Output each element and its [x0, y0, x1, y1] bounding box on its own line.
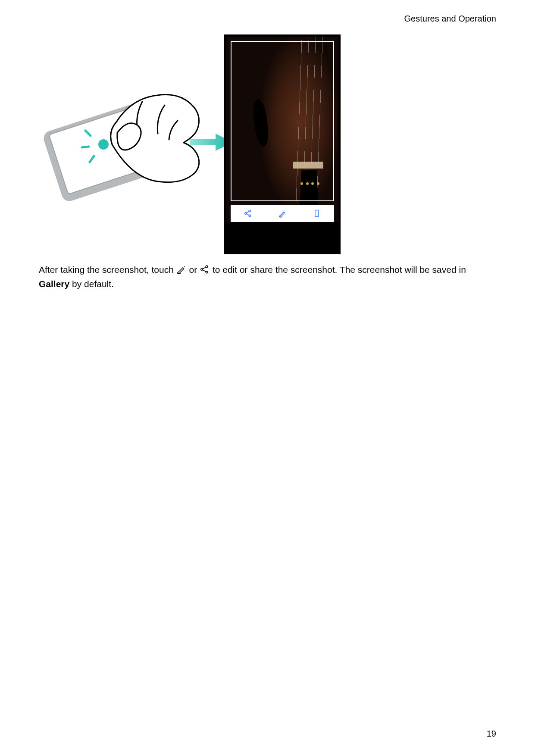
- share-icon[interactable]: [244, 209, 252, 218]
- svg-line-10: [247, 212, 249, 213]
- edit-icon[interactable]: [278, 209, 287, 218]
- svg-point-13: [285, 210, 285, 211]
- edit-icon: [176, 265, 187, 274]
- phone-bottom-bezel: [226, 222, 338, 252]
- page-number: 19: [487, 729, 496, 739]
- body-text-2: to edit or share the screenshot. The scr…: [213, 265, 466, 275]
- svg-rect-15: [315, 210, 319, 217]
- svg-line-23: [203, 270, 206, 272]
- screenshot-selection-frame: [231, 41, 334, 201]
- phone-frame: [224, 34, 341, 254]
- svg-line-22: [203, 267, 206, 269]
- svg-line-4: [82, 147, 89, 147]
- body-text-1: After taking the screenshot, touch: [39, 265, 176, 275]
- screenshot-toolbar: [231, 205, 334, 222]
- body-text-or: or: [189, 265, 200, 275]
- svg-line-11: [247, 214, 249, 216]
- svg-point-2: [98, 139, 109, 150]
- svg-point-17: [184, 266, 185, 267]
- share-icon: [200, 265, 210, 274]
- body-paragraph: After taking the screenshot, touch or: [39, 263, 496, 291]
- scroll-icon[interactable]: [313, 209, 321, 218]
- gallery-label: Gallery: [39, 279, 69, 289]
- illustration-row: [39, 34, 496, 250]
- section-header: Gestures and Operation: [404, 14, 496, 24]
- body-text-3: by default.: [69, 279, 114, 289]
